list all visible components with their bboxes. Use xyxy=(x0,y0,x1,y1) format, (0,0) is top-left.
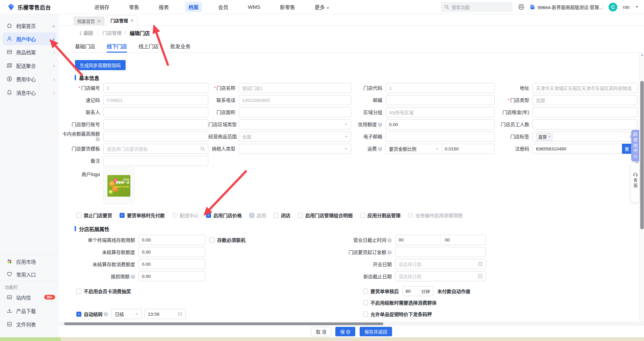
field-营业日截止时间[interactable]: 0000 xyxy=(395,235,486,245)
sidebar-item-用户中心[interactable]: 用户中心› xyxy=(3,32,56,45)
field-电子邮箱[interactable] xyxy=(386,132,495,142)
field-邮编[interactable] xyxy=(386,95,495,105)
nav-item-零售[interactable]: 零售 xyxy=(126,2,143,12)
vertical-scrollbar[interactable]: ▲ xyxy=(639,53,644,322)
field-报损限额[interactable]: 0.00 xyxy=(138,271,205,281)
user-menu-chevron-icon[interactable]: ▼ xyxy=(635,5,639,8)
field-注册码[interactable]: 636556310490重 置 xyxy=(533,144,638,154)
field-备注[interactable] xyxy=(103,156,208,166)
subtab-线下门店[interactable]: 线下门店 xyxy=(107,40,127,52)
help-icon[interactable]: ? xyxy=(378,122,382,127)
sidebar-item-档案首页[interactable]: 档案首页« xyxy=(0,19,59,32)
field-联系电话[interactable]: 13522063655 xyxy=(239,95,351,105)
field-速记码[interactable]: CSMD1 xyxy=(103,95,208,105)
sidebar-item-产品下载[interactable]: 产品下载 xyxy=(0,304,59,317)
sidebar-item-常用入口[interactable]: 常用入口 xyxy=(0,268,59,281)
close-icon[interactable]: ✕ xyxy=(97,19,101,24)
sidebar-item-商品档案[interactable]: 商品档案› xyxy=(0,45,59,59)
nav-item-会员[interactable]: 会员 xyxy=(215,2,232,12)
field-门店标签[interactable]: 直营× xyxy=(533,132,638,142)
checkbox-闭店[interactable]: ✓闭店 xyxy=(274,212,290,219)
field-门店要货模板[interactable]: 请选择门店要货模板 xyxy=(103,144,208,154)
vertical-scrollbar-thumb[interactable] xyxy=(640,81,644,229)
sidebar-item-费用中心[interactable]: 费用中心› xyxy=(0,72,59,86)
field-门店名称[interactable]: 测试门店1 xyxy=(239,83,351,93)
field-门店租金(年)[interactable] xyxy=(533,107,638,117)
avatar[interactable]: C xyxy=(609,3,617,11)
page-tab-档案首页[interactable]: 档案首页✕ xyxy=(74,17,104,25)
auto-carryover-select[interactable]: 日结 xyxy=(111,309,142,319)
save-and-return-button[interactable]: 保存并返回 xyxy=(360,327,392,336)
field-门店员工人数[interactable] xyxy=(533,119,638,130)
field-门店银行账号[interactable] xyxy=(103,119,208,130)
field-信用额度[interactable]: 0.00 xyxy=(386,119,495,130)
checkbox-启用门店价格[interactable]: ✓启用门店价格 xyxy=(206,212,242,219)
page-tab-门店管理[interactable]: 门店管理✕ xyxy=(107,15,137,26)
subtab-基础门店[interactable]: 基础门店 xyxy=(75,40,95,52)
field-联系人[interactable] xyxy=(103,107,208,117)
nav-item-更多[interactable]: 更多▼ xyxy=(311,2,333,12)
auto-carryover-time[interactable]: 23:59 xyxy=(145,309,186,319)
checkbox-存款必须联机[interactable]: ✓存款必须联机 xyxy=(210,236,246,243)
nav-item-进销存[interactable]: 进销存 xyxy=(91,2,113,12)
sidebar-item-文件列表[interactable]: 文件列表 xyxy=(0,317,59,331)
field-新店截止日期[interactable]: 请选择日期 xyxy=(395,271,486,281)
field-经营商品范围[interactable]: 全部 xyxy=(239,132,351,142)
field-单个终端离线存款限额[interactable]: 0.00 xyxy=(138,235,205,245)
cancel-button[interactable]: 取 消 xyxy=(311,327,331,336)
nav-item-新零售[interactable]: 新零售 xyxy=(277,2,299,12)
org-switcher[interactable]: 99664-新界面商超版测试-管理... xyxy=(530,4,597,10)
checkbox-启用门店管理组合明细[interactable]: ✓启用门店管理组合明细 xyxy=(298,212,353,219)
field-卡内余额最高限额[interactable] xyxy=(103,132,208,142)
help-icon[interactable]: ? xyxy=(96,137,100,141)
close-icon[interactable]: ✕ xyxy=(130,18,134,23)
checkbox-no-lottery[interactable]: ✓不启用会员卡消费抽奖 xyxy=(76,288,131,294)
field-运费[interactable]: 要货金额比例0.0150 xyxy=(386,144,495,154)
help-center-float[interactable]: 帮助中心 xyxy=(631,130,639,162)
field-区域分组[interactable]: 00|所有区域 xyxy=(386,107,495,117)
collapse-icon[interactable]: « xyxy=(52,23,55,29)
subtab-批发业务[interactable]: 批发业务 xyxy=(170,40,190,52)
sidebar-item-消息中心[interactable]: 消息中心› xyxy=(0,86,59,99)
field-地址[interactable]: 天津市天津城区东丽区天津市东丽区高科技物流 xyxy=(533,83,638,93)
field-开业日期[interactable]: 请选择日期 xyxy=(395,259,486,269)
generate-sync-code-button[interactable]: 生成同步周期校验码 xyxy=(75,60,126,70)
checkbox-应用分割品管理[interactable]: ✓应用分割品管理 xyxy=(360,212,401,219)
checkbox-allow-scale-promo[interactable]: ✓允许单品促销特价下发条码秤 xyxy=(363,311,432,317)
printer-icon[interactable] xyxy=(518,4,524,10)
sidebar-item-配送聚合[interactable]: 配送聚合› xyxy=(0,59,59,72)
save-button[interactable]: 保 存 xyxy=(335,327,355,336)
field-纳税人类型[interactable] xyxy=(239,144,351,154)
merchant-logo-uploader[interactable]: 让生活 更新鲜一点 fresh fruits xyxy=(103,167,134,204)
checkbox-要货审核时先付款[interactable]: ✓要货审核时先付款 xyxy=(120,212,165,219)
help-icon[interactable]: ? xyxy=(131,275,135,279)
store-tag-chip[interactable]: 直营× xyxy=(536,133,553,141)
checkbox-禁止门店要货[interactable]: ✓禁止门店要货 xyxy=(76,212,112,219)
field-门店要货起订金额[interactable] xyxy=(395,247,486,257)
horizontal-scrollbar[interactable] xyxy=(59,322,644,325)
checkbox-no-consumer-group[interactable]: ✓不启用结账时需要选择消费群体 xyxy=(363,299,437,306)
horizontal-scrollbar-thumb[interactable] xyxy=(64,322,383,325)
field-未结算存款额度[interactable]: 0.00 xyxy=(138,247,205,257)
help-icon[interactable]: ? xyxy=(104,312,108,316)
field-门店面积[interactable] xyxy=(239,107,351,117)
field-门店编号[interactable]: 1 xyxy=(103,83,208,93)
back-button[interactable]: 〈 返回 xyxy=(77,29,93,36)
help-icon[interactable]: ? xyxy=(387,238,392,243)
field-未结算存款消费额度[interactable]: 0.00 xyxy=(138,259,205,269)
nav-item-档案[interactable]: 档案 xyxy=(185,2,202,12)
field-门店类型[interactable]: 加盟 xyxy=(533,95,638,105)
search-input[interactable]: 搜索功能 xyxy=(441,2,513,12)
nav-item-报表[interactable]: 报表 xyxy=(155,2,172,12)
breadcrumb-parent[interactable]: 门店管理 xyxy=(103,29,122,36)
checkbox-auto-carryover[interactable]: ✓自动结转 xyxy=(76,311,103,317)
nav-item-WMS[interactable]: WMS xyxy=(244,2,264,11)
customer-service-float[interactable]: 客服 xyxy=(631,163,639,202)
sidebar-item-站内信[interactable]: 站内信99+ xyxy=(0,290,59,304)
review-minutes-input[interactable]: 60 分钟 xyxy=(402,286,433,296)
scrollbar-up-arrow-icon[interactable]: ▲ xyxy=(641,54,643,56)
field-门店区域类型[interactable] xyxy=(239,119,351,130)
help-icon[interactable]: ? xyxy=(378,147,382,151)
help-icon[interactable]: ? xyxy=(387,250,392,255)
sidebar-item-应用市场[interactable]: 应用市场 xyxy=(0,255,59,268)
